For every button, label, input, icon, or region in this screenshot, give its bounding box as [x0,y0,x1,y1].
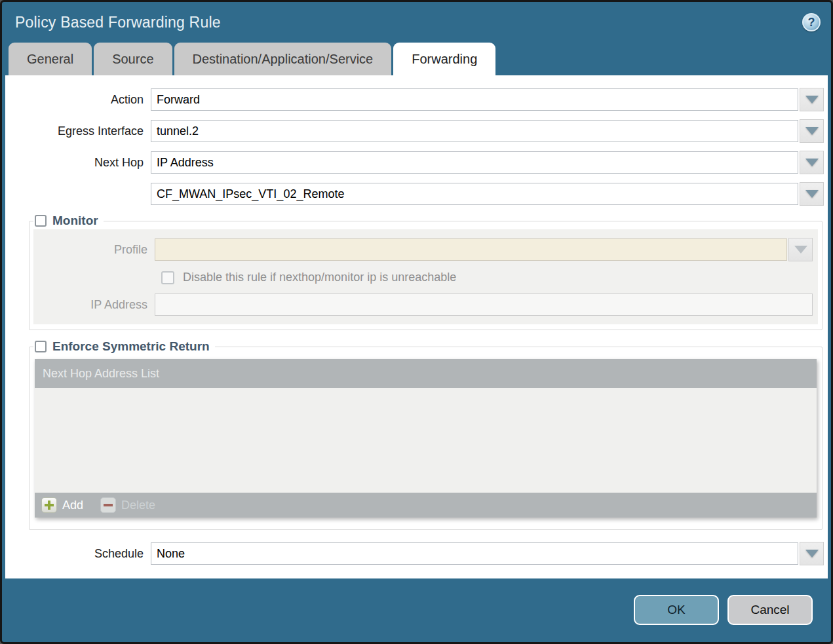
plus-icon [41,497,57,513]
disable-rule-row: Disable this rule if nexthop/monitor ip … [161,271,813,284]
pbf-rule-dialog: Policy Based Forwarding Rule ? General S… [0,0,833,644]
disable-rule-label: Disable this rule if nexthop/monitor ip … [183,271,456,284]
profile-row: Profile [39,238,813,261]
action-select[interactable]: Forward [151,88,798,111]
schedule-select[interactable]: None [151,542,798,565]
chevron-down-icon [805,96,819,104]
chevron-down-icon [805,127,819,135]
monitor-legend: Monitor [33,214,104,228]
profile-label: Profile [39,243,147,257]
profile-select[interactable] [155,238,787,261]
next-hop-address-table-toolbar: Add Delete [35,493,817,518]
tab-bar: General Source Destination/Application/S… [2,43,831,75]
profile-dropdown-button [788,238,813,261]
monitor-checkbox[interactable] [35,215,47,227]
monitor-ip-address-row: IP Address [39,294,813,316]
monitor-section: Monitor Profile Disable this rule if nex… [29,214,823,330]
dialog-titlebar: Policy Based Forwarding Rule ? [2,2,831,43]
action-row: Action Forward [9,88,824,111]
delete-button-label: Delete [121,499,155,512]
minus-icon [100,497,116,513]
tab-source[interactable]: Source [94,43,172,75]
next-hop-address-table: Next Hop Address List Add Delete [35,359,817,518]
delete-button: Delete [100,497,155,513]
schedule-label: Schedule [9,547,144,561]
tab-forwarding[interactable]: Forwarding [393,43,495,75]
chevron-down-icon [794,246,807,254]
help-icon[interactable]: ? [802,13,821,31]
chevron-down-icon [805,550,819,558]
ok-button[interactable]: OK [634,595,719,625]
next-hop-address-select[interactable]: CF_MWAN_IPsec_VTI_02_Remote [151,183,798,205]
enforce-symmetric-return-legend-label: Enforce Symmetric Return [52,339,210,354]
add-button-label: Add [62,499,83,512]
next-hop-address-table-header: Next Hop Address List [35,359,817,388]
monitor-ip-address-label: IP Address [39,298,147,312]
next-hop-type-select[interactable]: IP Address [151,151,798,174]
action-label: Action [9,93,144,107]
monitor-ip-address-input[interactable] [155,294,813,316]
enforce-symmetric-return-section: Enforce Symmetric Return Next Hop Addres… [29,339,823,530]
egress-interface-select[interactable]: tunnel.2 [151,120,798,142]
dialog-title: Policy Based Forwarding Rule [15,14,221,31]
enforce-symmetric-return-checkbox[interactable] [35,341,47,352]
enforce-symmetric-return-legend: Enforce Symmetric Return [33,339,215,354]
forwarding-tab-panel: Action Forward Egress Interface tunnel.2… [5,75,828,578]
egress-interface-dropdown-button[interactable] [800,119,824,143]
schedule-dropdown-button[interactable] [800,542,824,565]
tab-general[interactable]: General [9,43,92,75]
next-hop-address-dropdown-button[interactable] [800,182,824,206]
next-hop-type-dropdown-button[interactable] [800,151,824,174]
next-hop-row: Next Hop IP Address [9,151,824,174]
next-hop-address-row: CF_MWAN_IPsec_VTI_02_Remote [9,182,824,206]
tab-destination-application-service[interactable]: Destination/Application/Service [174,43,392,75]
next-hop-address-table-body[interactable] [35,388,817,493]
add-button[interactable]: Add [41,497,83,513]
disable-rule-checkbox[interactable] [161,271,174,284]
monitor-legend-label: Monitor [52,214,98,228]
egress-interface-row: Egress Interface tunnel.2 [9,119,824,143]
action-dropdown-button[interactable] [800,88,824,111]
chevron-down-icon [805,159,819,166]
next-hop-label: Next Hop [9,156,144,170]
chevron-down-icon [805,190,819,198]
dialog-footer: OK Cancel [2,578,831,641]
schedule-row: Schedule None [9,542,824,565]
cancel-button[interactable]: Cancel [727,595,813,625]
egress-interface-label: Egress Interface [9,124,144,138]
monitor-panel: Profile Disable this rule if nexthop/mon… [33,229,818,324]
